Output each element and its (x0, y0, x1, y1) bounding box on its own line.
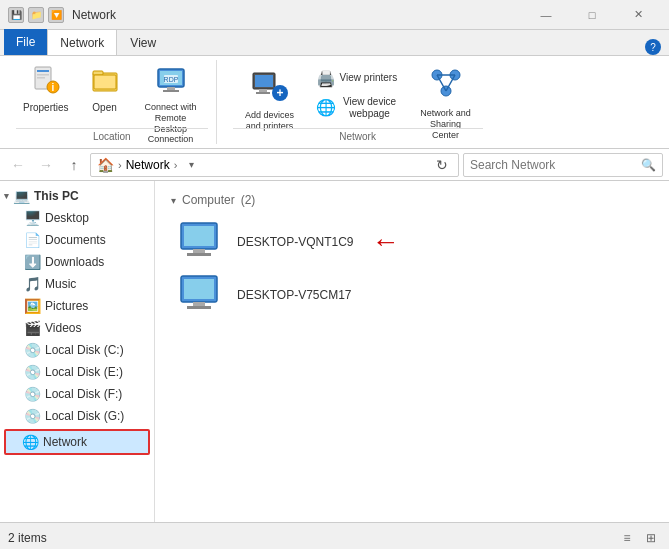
sidebar-downloads-label: Downloads (45, 255, 104, 269)
svg-rect-29 (193, 249, 205, 253)
forward-button[interactable]: → (34, 153, 58, 177)
address-path[interactable]: 🏠 › Network › ▾ ↻ (90, 153, 459, 177)
open-button[interactable]: Open (80, 60, 130, 128)
view-device-webpage-button[interactable]: 🌐 View device webpage (311, 93, 405, 123)
sidebar-desktop-label: Desktop (45, 211, 89, 225)
sidebar-documents-label: Documents (45, 233, 106, 247)
minimize-button[interactable]: — (523, 0, 569, 30)
computer-item-1[interactable]: DESKTOP-VQNT1C9 ← (171, 215, 653, 268)
svg-rect-32 (184, 279, 214, 299)
arrow-indicator: ← (371, 226, 399, 258)
svg-text:RDP: RDP (163, 76, 178, 83)
quick-access-icon3[interactable]: 🔽 (48, 7, 64, 23)
add-devices-button[interactable]: + Add devices and printers (233, 60, 307, 128)
properties-button[interactable]: i Properties (16, 60, 76, 128)
properties-icon: i (31, 65, 61, 100)
window-controls: — □ ✕ (523, 0, 661, 30)
path-dropdown-button[interactable]: ▾ (181, 153, 201, 177)
ribbon-network-items: + Add devices and printers 🖨️ View print… (233, 60, 483, 128)
section-title: Computer (182, 193, 235, 207)
maximize-button[interactable]: □ (569, 0, 615, 30)
tab-network[interactable]: Network (47, 29, 117, 55)
computer-name-1: DESKTOP-VQNT1C9 (237, 235, 353, 249)
this-pc-chevron: ▾ (4, 191, 9, 201)
connect-remote-button[interactable]: RDP Connect with Remote Desktop Connecti… (134, 60, 208, 128)
quick-access-icon2[interactable]: 📁 (28, 7, 44, 23)
search-input[interactable] (470, 158, 641, 172)
tab-view[interactable]: View (117, 29, 169, 55)
svg-rect-11 (167, 87, 175, 90)
view-tiles-button[interactable]: ⊞ (641, 528, 661, 548)
svg-rect-28 (184, 226, 214, 246)
small-buttons: 🖨️ View printers 🌐 View device webpage (311, 66, 405, 123)
disk-e-icon: 💿 (24, 364, 41, 380)
computer-icon-2 (179, 274, 227, 315)
network-sharing-button[interactable]: Network and Sharing Center (409, 60, 483, 128)
sidebar-item-local-g[interactable]: 💿 Local Disk (G:) (0, 405, 154, 427)
computer-icon-1 (179, 221, 227, 262)
path-network[interactable]: Network (126, 158, 170, 172)
section-header: ▾ Computer (2) (171, 193, 653, 207)
red-arrow-icon: ← (371, 226, 399, 258)
sidebar: ▾ 💻 This PC 🖥️ Desktop 📄 Documents ⬇️ Do… (0, 181, 155, 522)
path-home-icon: 🏠 (97, 157, 114, 173)
this-pc-header[interactable]: ▾ 💻 This PC (0, 185, 154, 207)
network-group-label: Network (233, 128, 483, 144)
sidebar-item-local-e[interactable]: 💿 Local Disk (E:) (0, 361, 154, 383)
disk-g-icon: 💿 (24, 408, 41, 424)
sidebar-network-label: Network (43, 435, 87, 449)
refresh-button[interactable]: ↻ (432, 153, 452, 177)
computer-item-2[interactable]: DESKTOP-V75CM17 (171, 268, 653, 321)
svg-rect-7 (93, 71, 103, 75)
sidebar-item-music[interactable]: 🎵 Music (0, 273, 154, 295)
add-devices-icon: + (251, 65, 289, 108)
view-printers-button[interactable]: 🖨️ View printers (311, 66, 405, 91)
sidebar-item-downloads[interactable]: ⬇️ Downloads (0, 251, 154, 273)
svg-text:i: i (51, 82, 54, 93)
back-button[interactable]: ← (6, 153, 30, 177)
svg-text:+: + (276, 86, 283, 100)
properties-label: Properties (23, 102, 69, 114)
ribbon: i Properties Open (0, 56, 669, 149)
status-bar: 2 items ≡ ⊞ (0, 522, 669, 549)
svg-rect-16 (255, 75, 273, 87)
ribbon-tabs: File Network View ? (0, 30, 669, 56)
sidebar-item-local-f[interactable]: 💿 Local Disk (F:) (0, 383, 154, 405)
disk-f-icon: 💿 (24, 386, 41, 402)
title-bar: 💾 📁 🔽 Network — □ ✕ (0, 0, 669, 30)
open-icon (90, 65, 120, 100)
help-button[interactable]: ? (645, 39, 661, 55)
computer-name-2: DESKTOP-V75CM17 (237, 288, 352, 302)
documents-icon: 📄 (24, 232, 41, 248)
sidebar-spacer (0, 457, 154, 477)
sidebar-music-label: Music (45, 277, 76, 291)
view-details-button[interactable]: ≡ (617, 528, 637, 548)
svg-rect-12 (163, 90, 179, 92)
tab-file[interactable]: File (4, 29, 47, 55)
section-count: (2) (241, 193, 256, 207)
search-box[interactable]: 🔍 (463, 153, 663, 177)
ribbon-group-location: i Properties Open (8, 60, 217, 144)
title-bar-icons: 💾 📁 🔽 (8, 7, 64, 23)
sidebar-local-g-label: Local Disk (G:) (45, 409, 124, 423)
videos-icon: 🎬 (24, 320, 41, 336)
address-bar: ← → ↑ 🏠 › Network › ▾ ↻ 🔍 (0, 149, 669, 181)
sidebar-videos-label: Videos (45, 321, 81, 335)
file-area: ▾ Computer (2) DESKTOP-VQNT1C9 ← (155, 181, 669, 522)
pictures-icon: 🖼️ (24, 298, 41, 314)
sharing-icon (428, 65, 464, 106)
quick-access-icon[interactable]: 💾 (8, 7, 24, 23)
sidebar-item-documents[interactable]: 📄 Documents (0, 229, 154, 251)
section-chevron: ▾ (171, 195, 176, 206)
close-button[interactable]: ✕ (615, 0, 661, 30)
view-controls: ≡ ⊞ (617, 528, 661, 548)
sidebar-item-local-c[interactable]: 💿 Local Disk (C:) (0, 339, 154, 361)
sidebar-item-desktop[interactable]: 🖥️ Desktop (0, 207, 154, 229)
svg-rect-18 (256, 92, 270, 94)
downloads-icon: ⬇️ (24, 254, 41, 270)
svg-rect-3 (37, 77, 45, 79)
sidebar-item-videos[interactable]: 🎬 Videos (0, 317, 154, 339)
up-button[interactable]: ↑ (62, 153, 86, 177)
sidebar-item-pictures[interactable]: 🖼️ Pictures (0, 295, 154, 317)
sidebar-item-network[interactable]: 🌐 Network (4, 429, 150, 455)
